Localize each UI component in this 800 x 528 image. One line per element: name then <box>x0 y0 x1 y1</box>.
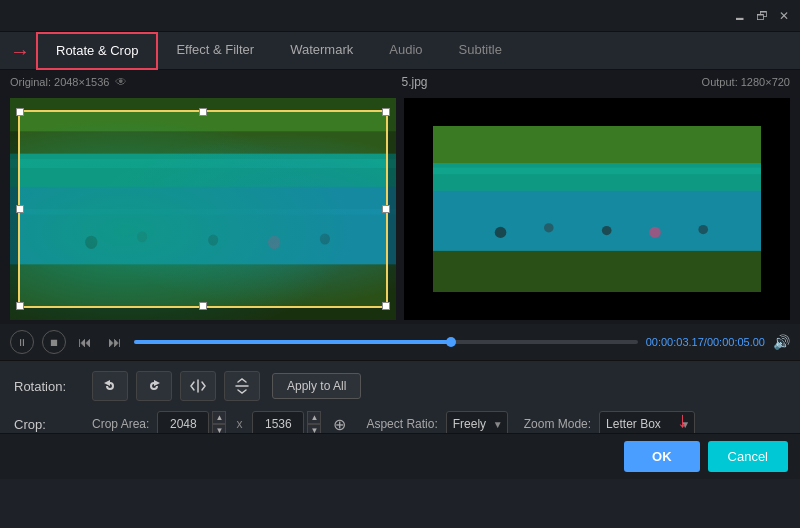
playback-bar: ⏸ ⏹ ⏮ ⏭ 00:00:03.17/00:00:05.00 🔊 <box>0 324 800 360</box>
source-image <box>10 98 396 320</box>
crop-height-up[interactable]: ▲ <box>307 411 321 424</box>
preview-right <box>404 98 790 320</box>
rotate-right-button[interactable] <box>136 371 172 401</box>
zoom-mode-label: Zoom Mode: <box>524 417 591 431</box>
svg-point-22 <box>698 225 708 234</box>
close-button[interactable]: ✕ <box>776 8 792 24</box>
crop-box[interactable] <box>18 110 388 308</box>
ok-arrow-indicator: ↓ <box>677 409 688 431</box>
crop-handle-tr[interactable] <box>382 108 390 116</box>
output-image <box>433 126 761 293</box>
crop-area-label: Crop Area: <box>92 417 149 431</box>
original-info: Original: 2048×1536 👁 <box>10 75 127 89</box>
preview-left <box>10 98 396 320</box>
svg-point-20 <box>602 226 612 235</box>
tab-effect-filter[interactable]: Effect & Filter <box>158 32 272 70</box>
cancel-button[interactable]: Cancel <box>708 441 788 472</box>
tab-bar: → Rotate & Crop Effect & Filter Watermar… <box>0 32 800 70</box>
tab-rotate-crop[interactable]: Rotate & Crop <box>36 32 158 70</box>
arrow-indicator: → <box>10 41 30 61</box>
minimize-button[interactable]: 🗕 <box>732 8 748 24</box>
rotate-left-button[interactable] <box>92 371 128 401</box>
output-label: Output: 1280×720 <box>702 76 790 88</box>
crop-handle-br[interactable] <box>382 302 390 310</box>
progress-track[interactable] <box>134 340 638 344</box>
tab-watermark[interactable]: Watermark <box>272 32 371 70</box>
svg-rect-16 <box>433 191 761 251</box>
time-display: 00:00:03.17/00:00:05.00 <box>646 336 765 348</box>
window-controls: 🗕 🗗 ✕ <box>732 8 792 24</box>
rotation-row: Rotation: Apply to All <box>14 371 786 401</box>
svg-rect-23 <box>433 251 761 293</box>
progress-fill <box>134 340 451 344</box>
next-frame-button[interactable]: ⏭ <box>104 332 126 352</box>
crop-handle-lc[interactable] <box>16 205 24 213</box>
crop-width-up[interactable]: ▲ <box>212 411 226 424</box>
bottom-bar: OK Cancel <box>0 433 800 479</box>
flip-vertical-button[interactable] <box>224 371 260 401</box>
crop-handle-tl[interactable] <box>16 108 24 116</box>
crop-label: Crop: <box>14 417 84 432</box>
preview-panels <box>0 94 800 324</box>
flip-horizontal-button[interactable] <box>180 371 216 401</box>
original-label: Original: 2048×1536 <box>10 76 109 88</box>
center-icon[interactable]: ⊕ <box>329 415 350 434</box>
svg-point-19 <box>544 223 554 232</box>
svg-rect-14 <box>433 126 761 163</box>
tab-subtitle[interactable]: Subtitle <box>441 32 520 70</box>
svg-point-21 <box>649 227 661 238</box>
aspect-ratio-label: Aspect Ratio: <box>366 417 437 431</box>
video-area: Original: 2048×1536 👁 5.jpg Output: 1280… <box>0 70 800 360</box>
svg-rect-17 <box>433 167 761 173</box>
eye-icon[interactable]: 👁 <box>115 75 127 89</box>
maximize-button[interactable]: 🗗 <box>754 8 770 24</box>
crop-handle-bl[interactable] <box>16 302 24 310</box>
crop-handle-tc[interactable] <box>199 108 207 116</box>
dimension-separator: x <box>234 417 244 431</box>
crop-handle-bc[interactable] <box>199 302 207 310</box>
ok-button[interactable]: OK <box>624 441 700 472</box>
video-info-bar: Original: 2048×1536 👁 5.jpg Output: 1280… <box>0 70 800 94</box>
tab-audio[interactable]: Audio <box>371 32 440 70</box>
crop-handle-rc[interactable] <box>382 205 390 213</box>
prev-frame-button[interactable]: ⏮ <box>74 332 96 352</box>
rotation-label: Rotation: <box>14 379 84 394</box>
svg-point-18 <box>495 227 507 238</box>
volume-icon[interactable]: 🔊 <box>773 334 790 350</box>
filename: 5.jpg <box>401 75 427 89</box>
stop-button[interactable]: ⏹ <box>42 330 66 354</box>
progress-thumb[interactable] <box>446 337 456 347</box>
title-bar: 🗕 🗗 ✕ <box>0 0 800 32</box>
apply-to-all-button[interactable]: Apply to All <box>272 373 361 399</box>
play-button[interactable]: ⏸ <box>10 330 34 354</box>
